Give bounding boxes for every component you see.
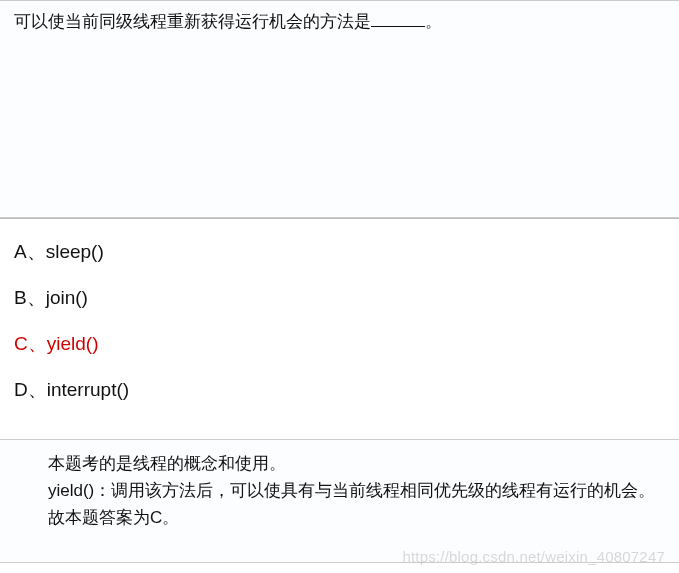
option-d-label: D、	[14, 377, 47, 403]
option-d[interactable]: D、interrupt()	[14, 377, 665, 403]
option-c[interactable]: C、yield()	[14, 331, 665, 357]
option-a-text: sleep()	[46, 241, 104, 262]
options-pane: A、sleep() B、join() C、yield() D、interrupt…	[0, 218, 679, 439]
explanation-pane: 本题考的是线程的概念和使用。 yield()：调用该方法后，可以使具有与当前线程…	[0, 439, 679, 563]
watermark-text: https://blog.csdn.net/weixin_40807247	[402, 548, 665, 565]
option-c-label: C、	[14, 331, 47, 357]
question-pane: 可以使当前同级线程重新获得运行机会的方法是。	[0, 0, 679, 218]
blank-line	[371, 26, 425, 27]
option-a-label: A、	[14, 239, 46, 265]
question-suffix: 。	[425, 12, 442, 31]
option-a[interactable]: A、sleep()	[14, 239, 665, 265]
option-b-text: join()	[46, 287, 88, 308]
option-b[interactable]: B、join()	[14, 285, 665, 311]
explanation-line-1: 本题考的是线程的概念和使用。	[14, 450, 665, 477]
explanation-line-2: yield()：调用该方法后，可以使具有与当前线程相同优先级的线程有运行的机会。	[14, 477, 665, 504]
explanation-line-3: 故本题答案为C。	[14, 504, 665, 531]
option-b-label: B、	[14, 285, 46, 311]
option-d-text: interrupt()	[47, 379, 129, 400]
question-text: 可以使当前同级线程重新获得运行机会的方法是	[14, 12, 371, 31]
option-c-text: yield()	[47, 333, 99, 354]
